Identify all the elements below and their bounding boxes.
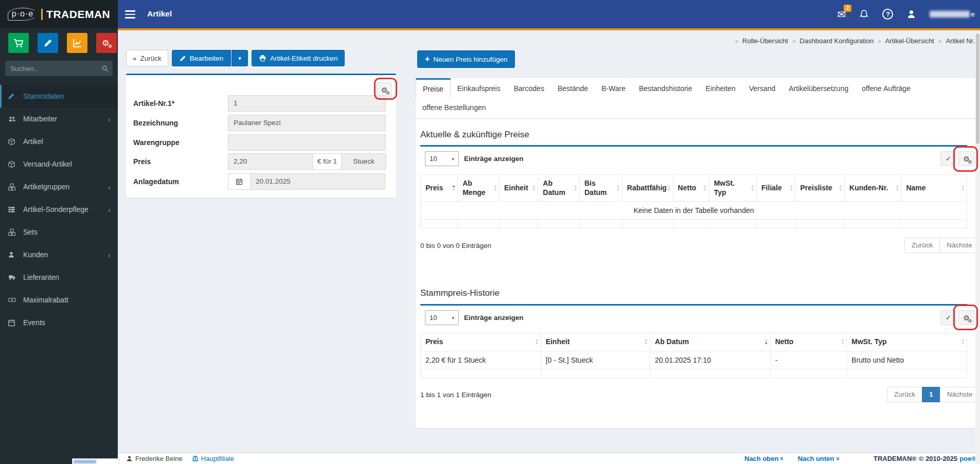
section1-settings-button[interactable]: ⚙⚙ (958, 151, 974, 166)
col-netto[interactable]: Netto (673, 175, 709, 202)
col-ab-menge[interactable]: Ab Menge (458, 175, 500, 202)
tab-einheiten[interactable]: Einheiten (699, 78, 742, 99)
cell-ab-datum: 20.01.2025 17:10 (650, 351, 771, 369)
footer-branch-link[interactable]: Hauptfiliale (192, 455, 234, 462)
length-label: Einträge anzeigen (464, 155, 524, 163)
preis-input[interactable]: 2,20 (228, 153, 313, 170)
sidebar-item-artikelgruppen[interactable]: Artikelgruppen ‹ (0, 175, 118, 198)
add-price-button[interactable]: + Neuen Preis hinzufügen (417, 50, 515, 68)
section1-page-length-select[interactable]: 10 ▾ (425, 151, 459, 166)
sidebar-item-lieferanten[interactable]: Lieferanten (0, 266, 118, 289)
user-name-redacted[interactable]: e (930, 10, 975, 18)
table-footer-row (421, 220, 967, 228)
tab-einkaufspreis[interactable]: Einkaufspreis (451, 78, 507, 99)
tab-preise[interactable]: Preise (416, 78, 451, 99)
field-label-anlagedatum: Anlagedatum (133, 173, 179, 190)
tab-versand[interactable]: Versand (742, 78, 782, 99)
scroll-to-bottom-link[interactable]: Nach unten » (798, 455, 840, 462)
artikel-nr-input[interactable]: 1 (228, 95, 386, 112)
vendor-link[interactable]: poe® (959, 455, 976, 462)
bezeichnung-input[interactable]: Paulaner Spezi (228, 115, 386, 131)
search-icon[interactable] (101, 65, 109, 73)
sidebar-item-sets[interactable]: Sets (0, 221, 118, 243)
col-bis-datum[interactable]: Bis Datum (580, 175, 622, 202)
col-ab-datum[interactable]: Ab Datum (538, 175, 580, 202)
tab-bestandshistorie[interactable]: Bestandshistorie (632, 78, 699, 99)
tab-offene-bestellungen[interactable]: offene Bestellungen (416, 99, 493, 119)
section1-select-columns-button[interactable]: ✓ (940, 151, 956, 166)
col-mwst-typ[interactable]: MwSt. Typ (709, 175, 756, 202)
sort-icons (896, 184, 899, 192)
edit-button[interactable]: Bearbeiten (172, 50, 231, 66)
col-einheit[interactable]: Einheit (541, 333, 650, 351)
col-preisliste[interactable]: Preisliste (795, 175, 845, 202)
field-label-artikel-nr: Artikel-Nr.1* (133, 95, 174, 112)
breadcrumb-artikel-nr1[interactable]: Artikel Nr.1 (946, 37, 978, 45)
scrollbar-thumb[interactable] (976, 33, 979, 144)
hamburger-menu-icon[interactable] (125, 10, 135, 21)
logo-divider (41, 9, 43, 20)
breadcrumb-separator: > (792, 38, 795, 44)
tab-offene-auftraege[interactable]: offene Aufträge (855, 78, 917, 99)
edit-quick-button[interactable] (38, 33, 58, 53)
tab-artikeluebersetzung[interactable]: Artikelübersetzung (782, 78, 855, 99)
col-rabattfaehig[interactable]: Rabattfähig (622, 175, 673, 202)
pencil-icon (180, 55, 186, 62)
col-preis[interactable]: Preis (421, 175, 458, 202)
sidebar-item-stammdaten[interactable]: Stammdaten (0, 85, 118, 108)
section2-info: 1 bis 1 von 1 Einträgen (420, 391, 491, 399)
col-einheit[interactable]: Einheit (499, 175, 538, 202)
breadcrumb-dashboard-konfiguration[interactable]: Dashboard Konfiguration (799, 37, 874, 45)
prices-table-wrap: Preis Ab Menge Einheit Ab Datum Bis Datu… (420, 174, 967, 228)
section1-pagination: Zurück Nächste (904, 238, 979, 253)
table-row[interactable]: 2,20 € für 1 Stueck [0 - St.] Stueck 20.… (421, 351, 967, 369)
search-input[interactable] (10, 65, 101, 73)
statistics-quick-button[interactable] (67, 33, 87, 53)
settings-quick-button[interactable]: ⚙⚙ (96, 33, 117, 53)
anlagedatum-input[interactable]: 20.01.2025 (250, 173, 385, 190)
section2-next-button[interactable]: Nächste (940, 387, 980, 402)
back-button[interactable]: « Zurück (126, 50, 168, 66)
sort-icons (645, 338, 647, 346)
section2-select-columns-button[interactable]: ✓ (940, 310, 956, 325)
app-logo[interactable]: p·o·e TRADEMAN (0, 0, 118, 28)
sidebar-item-artikel[interactable]: Artikel (0, 130, 118, 153)
print-label-button[interactable]: Artikel-Etikett drucken (252, 50, 345, 66)
section2-prev-button[interactable]: Zurück (887, 387, 922, 402)
section1-prev-button[interactable]: Zurück (904, 238, 940, 253)
edit-dropdown-toggle[interactable]: ▾ (231, 50, 248, 66)
question-circle-icon: ? (882, 9, 893, 20)
col-kunden-nr[interactable]: Kunden-Nr. (845, 175, 901, 202)
tab-bestaende[interactable]: Bestände (551, 78, 595, 99)
sidebar-item-maximalrabatt[interactable]: Maximalrabatt (0, 289, 118, 311)
breadcrumb-artikel-uebersicht[interactable]: Artikel-Übersicht (885, 37, 934, 45)
section2-page-length-select[interactable]: 10 ▾ (425, 310, 459, 325)
user-menu-button[interactable] (906, 9, 916, 19)
sidebar-item-versand-artikel[interactable]: Versand-Artikel (0, 153, 118, 175)
col-preis[interactable]: Preis (421, 333, 541, 351)
section2-page-1-button[interactable]: 1 (922, 387, 940, 402)
sidebar-item-events[interactable]: Events (0, 311, 118, 334)
cart-quick-button[interactable] (8, 33, 29, 53)
col-filiale[interactable]: Filiale (757, 175, 795, 202)
messages-button[interactable]: ✉ 2 (838, 9, 846, 20)
section1-next-button[interactable]: Nächste (939, 238, 979, 253)
section2-settings-button[interactable]: ⚙⚙ (958, 310, 974, 325)
sidebar-item-artikel-sonderpflege[interactable]: Artikel-Sonderpflege ‹ (0, 198, 118, 221)
tab-b-ware[interactable]: B-Ware (595, 78, 632, 99)
sort-icons (842, 338, 844, 346)
scroll-to-top-link[interactable]: Nach oben « (744, 455, 785, 462)
sidebar-item-kunden[interactable]: Kunden ‹ (0, 243, 118, 266)
tab-barcodes[interactable]: Barcodes (507, 78, 551, 99)
plus-icon: + (425, 55, 430, 64)
notifications-button[interactable] (859, 9, 869, 19)
col-ab-datum[interactable]: Ab Datum (650, 333, 771, 351)
breadcrumb-rolle-uebersicht[interactable]: Rolle-Übersicht (742, 37, 788, 45)
col-mwst-typ[interactable]: MwSt. Typ (847, 333, 967, 351)
col-name[interactable]: Name (901, 175, 967, 202)
warengruppe-input[interactable] (228, 134, 386, 151)
page-scrollbar[interactable] (975, 30, 980, 464)
col-netto[interactable]: Netto (770, 333, 847, 351)
sidebar-item-mitarbeiter[interactable]: Mitarbeiter ‹ (0, 108, 118, 130)
help-button[interactable]: ? (882, 9, 893, 20)
